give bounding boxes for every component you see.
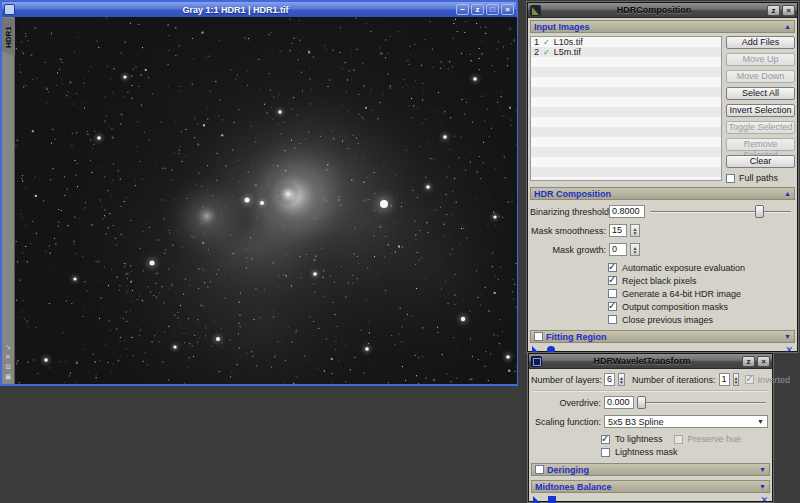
full-paths-option: Full paths <box>726 173 795 183</box>
minimize-button[interactable]: − <box>456 4 469 15</box>
section-hdr-composition[interactable]: HDR Composition ▲ <box>530 187 795 200</box>
lightness-mask-checkbox[interactable] <box>601 448 610 457</box>
section-fitting-region-label: Fitting Region <box>546 332 607 342</box>
image-canvas-nebula[interactable] <box>15 17 517 384</box>
checkbox-label: Reject black pixels <box>622 276 697 286</box>
adjust-to-contents-icon[interactable]: ✕ <box>760 495 768 503</box>
section-input-images-label: Input Images <box>534 22 590 32</box>
section-fitting-region[interactable]: Fitting Region ▼ <box>530 330 795 343</box>
expand-icon[interactable]: ▼ <box>759 466 766 473</box>
maximize-button[interactable]: □ <box>486 4 499 15</box>
add-files-button[interactable]: Add Files <box>726 36 795 49</box>
expand-icon[interactable]: ▼ <box>784 333 791 340</box>
number-of-layers-input[interactable]: 6 <box>604 373 615 386</box>
to-lightness-checkbox[interactable] <box>601 435 610 444</box>
overdrive-input[interactable]: 0.000 <box>604 396 634 409</box>
slider-thumb[interactable] <box>637 396 646 409</box>
select-all-button[interactable]: Select All <box>726 87 795 100</box>
shade-button[interactable]: z <box>742 356 755 367</box>
collapse-icon[interactable]: ▲ <box>784 23 791 30</box>
side-tool-icon[interactable]: ↘ <box>5 343 11 350</box>
checkbox[interactable] <box>608 289 617 298</box>
scaling-function-value: 5x5 B3 Spline <box>608 417 664 427</box>
checkbox[interactable] <box>608 315 617 324</box>
overdrive-slider[interactable] <box>637 396 768 409</box>
section-midtones-balance[interactable]: Midtones Balance ▼ <box>531 480 770 493</box>
preserve-hue-checkbox[interactable] <box>674 435 683 444</box>
overdrive-label: Overdrive: <box>531 398 601 408</box>
apply-icon[interactable] <box>548 496 556 503</box>
hdrwavelettransform-title: HDRWaveletTransform <box>544 356 740 366</box>
image-tab-hdr1[interactable]: HDR1 <box>2 18 15 56</box>
scaling-function-dropdown[interactable]: 5x5 B3 Spline ▼ <box>604 415 768 428</box>
side-tool-icon[interactable]: ▣ <box>5 373 12 380</box>
image-window-icon[interactable] <box>4 4 15 15</box>
mask-growth-input[interactable]: 0 <box>609 243 627 256</box>
close-button[interactable]: × <box>757 356 770 367</box>
move-up-button: Move Up <box>726 53 795 66</box>
clear-button[interactable]: Clear <box>726 155 795 168</box>
number-of-iterations-stepper[interactable]: ▲▼ <box>733 373 740 386</box>
shade-button[interactable]: z <box>471 4 484 15</box>
section-midtones-balance-label: Midtones Balance <box>535 482 612 492</box>
hdrcomposition-icon <box>530 5 541 16</box>
deringing-checkbox[interactable] <box>535 465 544 474</box>
check-icon: ✓ <box>543 38 550 47</box>
automatic-exposure-evaluation-option: Automatic exposure evaluation <box>608 263 797 272</box>
file-list-item[interactable]: 1✓L10s.tif <box>531 37 721 47</box>
close-button[interactable]: × <box>782 5 795 16</box>
invert-selection-button[interactable]: Invert Selection <box>726 104 795 117</box>
checkbox[interactable] <box>608 263 617 272</box>
checkbox-label: Output composition masks <box>622 302 728 312</box>
side-tool-icon[interactable]: ⧉ <box>6 363 11 370</box>
collapse-icon[interactable]: ▲ <box>784 190 791 197</box>
fitting-region-checkbox[interactable] <box>534 332 543 341</box>
generate-a-64-bit-hdr-image-option: Generate a 64-bit HDR image <box>608 289 797 298</box>
close-button[interactable]: × <box>501 4 514 15</box>
inverted-checkbox[interactable] <box>745 375 754 384</box>
file-list-item[interactable]: 2✓L5m.tif <box>531 47 721 57</box>
reject-black-pixels-option: Reject black pixels <box>608 276 797 285</box>
full-paths-checkbox[interactable] <box>726 174 735 183</box>
section-hdr-composition-label: HDR Composition <box>534 189 611 199</box>
image-window: Gray 1:1 HDR1 | HDR1.tif − z □ × HDR1 ↘✕… <box>0 0 518 386</box>
new-instance-icon[interactable] <box>533 496 541 503</box>
checkbox-label: Automatic exposure evaluation <box>622 263 745 273</box>
image-window-titlebar[interactable]: Gray 1:1 HDR1 | HDR1.tif − z □ × <box>2 2 516 17</box>
side-toolbar: ↘✕⧉▣ <box>2 343 14 380</box>
remove-selected-button: Remove Selected <box>726 138 795 151</box>
number-of-layers-label: Number of layers: <box>531 375 601 385</box>
hdrwavelettransform-footer: ✕ <box>529 495 772 503</box>
number-of-iterations-input[interactable]: 1 <box>719 373 730 386</box>
image-window-title: Gray 1:1 HDR1 | HDR1.tif <box>17 5 454 15</box>
mask-growth-stepper[interactable]: ▲▼ <box>630 243 640 256</box>
mask-smoothness-input[interactable]: 15 <box>609 224 627 237</box>
section-deringing[interactable]: Deringing ▼ <box>531 463 770 476</box>
output-composition-masks-option: Output composition masks <box>608 302 797 311</box>
checkbox[interactable] <box>608 276 617 285</box>
hdrwavelettransform-titlebar[interactable]: HDRWaveletTransform z × <box>529 354 772 369</box>
lightness-mask-label: Lightness mask <box>615 447 678 457</box>
expand-icon[interactable]: ▼ <box>759 483 766 490</box>
input-files-list[interactable]: 1✓L10s.tif2✓L5m.tif <box>530 36 722 181</box>
checkbox[interactable] <box>608 302 617 311</box>
adjust-to-contents-icon[interactable]: ✕ <box>785 345 793 355</box>
shade-button[interactable]: z <box>767 5 780 16</box>
mask-growth-label: Mask growth: <box>530 245 606 255</box>
side-tool-icon[interactable]: ✕ <box>5 353 11 360</box>
hdrcomposition-panel: HDRComposition z × Input Images ▲ 1✓L10s… <box>527 2 798 352</box>
preserve-hue-label: Preserve hue <box>688 434 742 444</box>
scaling-function-label: Scaling function: <box>531 417 601 427</box>
binarizing-threshold-input[interactable]: 0.8000 <box>609 205 645 218</box>
number-of-layers-stepper[interactable]: ▲▼ <box>618 373 625 386</box>
section-deringing-label: Deringing <box>547 465 589 475</box>
separator <box>532 390 769 392</box>
hdrcomposition-titlebar[interactable]: HDRComposition z × <box>528 3 797 18</box>
binarizing-threshold-slider[interactable] <box>648 205 793 218</box>
file-name: L5m.tif <box>554 47 581 57</box>
hdrwavelettransform-icon <box>531 356 542 367</box>
slider-thumb[interactable] <box>755 205 764 218</box>
check-icon: ✓ <box>543 48 550 57</box>
section-input-images[interactable]: Input Images ▲ <box>530 20 795 33</box>
mask-smoothness-stepper[interactable]: ▲▼ <box>630 224 640 237</box>
